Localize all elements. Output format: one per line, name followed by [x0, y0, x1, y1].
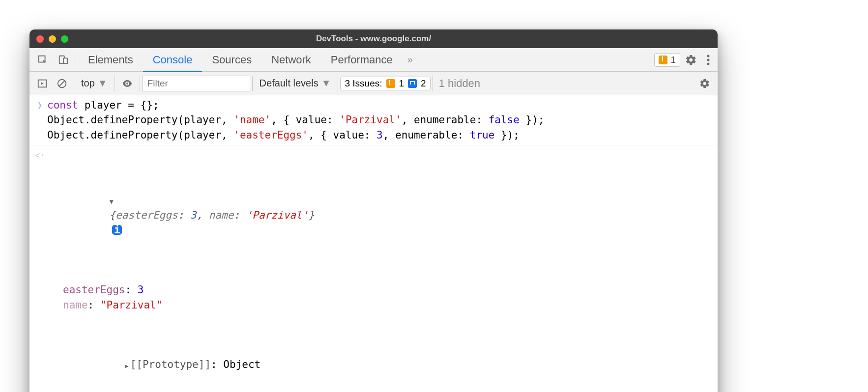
issues-warn-count: 1: [399, 78, 405, 89]
toggle-drawer-icon[interactable]: [32, 72, 52, 95]
console-input-row: ❯ const player = {};Object.definePropert…: [29, 95, 718, 145]
more-tabs-icon[interactable]: »: [403, 48, 418, 71]
tab-network[interactable]: Network: [261, 49, 321, 72]
object-property: name: "Parzival": [63, 298, 718, 312]
tab-sources[interactable]: Sources: [202, 49, 261, 72]
divider: [76, 52, 76, 67]
svg-point-9: [126, 83, 128, 84]
chevron-down-icon: ▼: [98, 78, 108, 89]
object-properties: easterEggs: 3name: "Parzival": [47, 282, 718, 312]
divider: [252, 76, 253, 91]
filter-input[interactable]: [142, 76, 250, 91]
svg-point-3: [707, 55, 710, 57]
console-input-code[interactable]: const player = {};Object.defineProperty(…: [47, 98, 718, 142]
object-property: easterEggs: 3: [63, 282, 718, 297]
window-title: DevTools - www.google.com/: [29, 34, 718, 44]
issues-label: 3 Issues:: [345, 78, 382, 89]
maximize-window-button[interactable]: [61, 35, 68, 43]
console-output-row: <· ▼ {easterEggs: 3, name: 'Parzival'} i…: [29, 145, 718, 392]
issues-summary[interactable]: 3 Issues: 1 2: [340, 77, 430, 90]
console-settings-icon[interactable]: [695, 72, 715, 95]
expand-triangle-icon[interactable]: ▶: [125, 363, 128, 369]
title-bar: DevTools - www.google.com/: [29, 29, 718, 48]
svg-line-8: [59, 81, 65, 86]
tabs-bar: Elements Console Sources Network Perform…: [29, 48, 718, 72]
console-output-content: ▼ {easterEggs: 3, name: 'Parzival'} i ea…: [47, 148, 718, 392]
prototype-line[interactable]: ▶[[Prototype]]: Object: [47, 342, 718, 387]
settings-icon[interactable]: [680, 48, 702, 71]
live-expression-icon[interactable]: [117, 72, 138, 95]
warning-icon: [659, 56, 667, 64]
tab-performance[interactable]: Performance: [321, 49, 403, 72]
info-chip-icon[interactable]: i: [112, 225, 122, 235]
svg-rect-2: [63, 58, 67, 63]
divider: [115, 76, 115, 91]
divider: [140, 76, 140, 91]
chevron-down-icon: ▼: [321, 78, 331, 89]
svg-point-4: [707, 58, 710, 61]
console-body: ❯ const player = {};Object.definePropert…: [29, 95, 718, 392]
traffic-lights: [36, 35, 68, 43]
input-prompt-icon: ❯: [32, 98, 47, 142]
minimize-window-button[interactable]: [49, 35, 56, 43]
console-toolbar: top ▼ Default levels ▼ 3 Issues: 1 2 1 h…: [29, 72, 718, 95]
devtools-window: DevTools - www.google.com/ Elements Cons…: [29, 29, 718, 392]
close-window-button[interactable]: [36, 35, 44, 43]
issues-info-count: 2: [421, 78, 426, 89]
tab-console[interactable]: Console: [143, 49, 203, 72]
svg-point-5: [707, 62, 710, 65]
tab-elements[interactable]: Elements: [78, 49, 143, 72]
divider: [433, 76, 433, 91]
kebab-menu-icon[interactable]: [702, 48, 715, 71]
top-issues-badge[interactable]: 1: [654, 53, 680, 67]
levels-label: Default levels: [260, 78, 318, 89]
divider: [338, 76, 338, 91]
log-levels-dropdown[interactable]: Default levels ▼: [255, 78, 336, 89]
object-summary-line[interactable]: ▼ {easterEggs: 3, name: 'Parzival'} i: [47, 178, 718, 252]
clear-console-icon[interactable]: [52, 72, 72, 95]
output-marker-icon: <·: [32, 148, 47, 392]
device-toggle-icon[interactable]: [53, 48, 74, 71]
warning-icon: [386, 79, 395, 88]
divider: [74, 76, 74, 91]
inspect-element-icon[interactable]: [32, 48, 53, 71]
context-label: top: [81, 78, 95, 89]
info-icon: [408, 79, 417, 88]
prototype-value: Object: [223, 359, 260, 370]
top-warn-count: 1: [670, 55, 676, 65]
collapse-triangle-icon[interactable]: ▼: [109, 197, 113, 205]
hidden-count: 1 hidden: [435, 77, 484, 90]
execution-context-dropdown[interactable]: top ▼: [76, 78, 113, 89]
object-summary: {easterEggs: 3, name: 'Parzival'}: [109, 209, 314, 221]
